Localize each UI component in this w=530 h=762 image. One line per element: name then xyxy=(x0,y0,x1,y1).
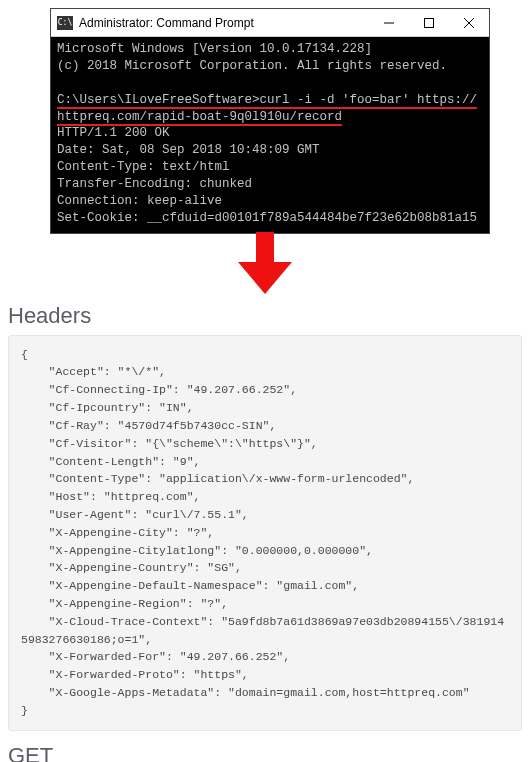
terminal-line: Content-Type: text/html xyxy=(57,160,230,174)
close-icon xyxy=(464,18,474,28)
terminal-line: Set-Cookie: __cfduid=d00101f789a544484be… xyxy=(57,211,477,225)
get-title: GET xyxy=(8,743,522,762)
cmd-icon: C:\ xyxy=(57,16,73,30)
flow-arrow xyxy=(0,232,530,297)
svg-rect-1 xyxy=(425,18,434,27)
headers-content: { "Accept": "*\/*", "Cf-Connecting-Ip": … xyxy=(8,335,522,731)
svg-marker-4 xyxy=(238,232,292,294)
window-title: Administrator: Command Prompt xyxy=(79,16,369,30)
maximize-button[interactable] xyxy=(409,9,449,37)
down-arrow-icon xyxy=(238,232,292,294)
terminal-line: Connection: keep-alive xyxy=(57,194,222,208)
command-prompt-window: C:\ Administrator: Command Prompt Micros… xyxy=(50,8,490,234)
terminal-line: Microsoft Windows [Version 10.0.17134.22… xyxy=(57,42,372,56)
minimize-icon xyxy=(384,18,394,28)
window-titlebar: C:\ Administrator: Command Prompt xyxy=(51,9,489,37)
terminal-prompt-line: C:\Users\ILoveFreeSoftware>curl -i -d 'f… xyxy=(57,93,477,109)
terminal-command-url: httpreq.com/rapid-boat-9q0l910u/record xyxy=(57,110,342,126)
maximize-icon xyxy=(424,18,434,28)
terminal-line: Date: Sat, 08 Sep 2018 10:48:09 GMT xyxy=(57,143,320,157)
close-button[interactable] xyxy=(449,9,489,37)
terminal-line: (c) 2018 Microsoft Corporation. All righ… xyxy=(57,59,447,73)
minimize-button[interactable] xyxy=(369,9,409,37)
terminal-line: Transfer-Encoding: chunked xyxy=(57,177,252,191)
headers-section: Headers { "Accept": "*\/*", "Cf-Connecti… xyxy=(8,303,522,731)
window-controls xyxy=(369,9,489,37)
terminal-line: HTTP/1.1 200 OK xyxy=(57,126,170,140)
terminal-body[interactable]: Microsoft Windows [Version 10.0.17134.22… xyxy=(51,37,489,233)
headers-title: Headers xyxy=(8,303,522,329)
get-section: GET [] xyxy=(8,743,522,762)
